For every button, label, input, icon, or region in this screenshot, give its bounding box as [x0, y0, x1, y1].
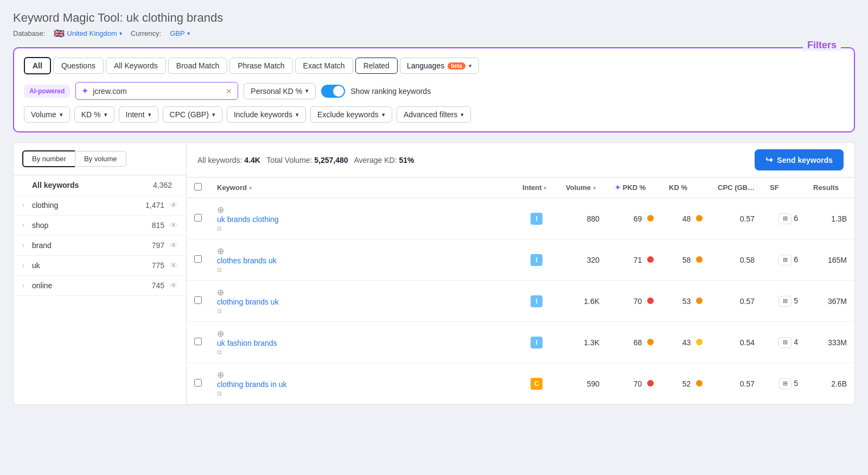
sidebar-item-brand[interactable]: › brand 797 👁 [14, 236, 186, 256]
filters-container: Filters All Questions All Keywords Broad… [13, 47, 855, 132]
sidebar-header: By number By volume [14, 143, 186, 175]
sidebar-item-all-keywords[interactable]: All keywords 4,362 [14, 175, 186, 195]
th-keyword[interactable]: Keyword ▾ [209, 178, 515, 198]
add-keyword-icon[interactable]: ⊕ [217, 246, 224, 256]
copy-icon[interactable]: ⧉ [217, 307, 222, 315]
keyword-link[interactable]: clothes brands uk [217, 256, 507, 265]
th-cpc[interactable]: CPC (GB… [710, 178, 762, 198]
sidebar-item-shop[interactable]: › shop 815 👁 [14, 216, 186, 236]
currency-selector[interactable]: GBP ▾ [170, 29, 189, 37]
chevron-down-icon: ▾ [212, 111, 215, 118]
eye-icon[interactable]: 👁 [170, 261, 177, 270]
copy-icon[interactable]: ⧉ [217, 225, 222, 232]
row-checkbox[interactable] [194, 379, 202, 387]
include-keywords-filter[interactable]: Include keywords ▾ [227, 106, 306, 123]
keywords-table: Keyword ▾ Intent ▾ Volume ▾ ✦ PKD % KD %… [187, 178, 854, 404]
beta-badge: beta [448, 62, 465, 69]
sf-icon: ⊞ [778, 337, 792, 348]
th-results[interactable]: Results [806, 178, 854, 198]
kd-filter[interactable]: KD % ▾ [74, 106, 114, 123]
add-keyword-icon[interactable]: ⊕ [217, 370, 224, 379]
table-area: All keywords: 4.4K Total Volume: 5,257,4… [187, 142, 855, 405]
tab-all[interactable]: All [24, 57, 51, 74]
page-title: Keyword Magic Tool: uk clothing brands [13, 11, 855, 25]
kd-dropdown[interactable]: Personal KD % ▾ [244, 83, 316, 99]
ai-domain-input[interactable] [93, 87, 221, 96]
exclude-keywords-filter[interactable]: Exclude keywords ▾ [310, 106, 392, 123]
eye-icon[interactable]: 👁 [170, 201, 177, 210]
copy-icon[interactable]: ⧉ [217, 266, 222, 274]
advanced-filters[interactable]: Advanced filters ▾ [397, 106, 471, 123]
tab-questions[interactable]: Questions [53, 58, 104, 74]
sidebar: By number By volume All keywords 4,362 ›… [13, 142, 187, 405]
close-icon[interactable]: ✕ [226, 87, 232, 96]
chevron-down-icon: ▾ [305, 87, 309, 94]
chevron-down-icon: ▾ [461, 111, 464, 118]
th-pkd[interactable]: ✦ PKD % [607, 178, 661, 198]
kd-dot [696, 380, 703, 387]
add-keyword-icon[interactable]: ⊕ [217, 205, 224, 214]
sf-icon: ⊞ [778, 296, 792, 307]
add-keyword-icon[interactable]: ⊕ [217, 329, 224, 338]
database-selector[interactable]: 🇬🇧 United Kingdom ▾ [54, 28, 122, 39]
eye-icon[interactable]: 👁 [170, 221, 177, 230]
add-keyword-icon[interactable]: ⊕ [217, 288, 224, 297]
keyword-link[interactable]: uk fashion brands [217, 339, 507, 347]
row-checkbox[interactable] [194, 296, 202, 304]
tab-related[interactable]: Related [355, 58, 398, 74]
intent-filter[interactable]: Intent ▾ [119, 106, 158, 123]
kd-dot [696, 215, 703, 221]
th-sf[interactable]: SF [762, 178, 806, 198]
th-intent[interactable]: Intent ▾ [515, 178, 558, 198]
keyword-link[interactable]: clothing brands uk [217, 297, 507, 306]
intent-badge: I [531, 337, 542, 349]
chevron-down-icon: ▾ [119, 30, 122, 36]
show-ranking-toggle[interactable] [321, 85, 345, 98]
tab-phrase-match[interactable]: Phrase Match [229, 58, 292, 74]
main-content: By number By volume All keywords 4,362 ›… [13, 142, 855, 405]
cpc-filter[interactable]: CPC (GBP) ▾ [163, 106, 222, 123]
difficulty-dot [647, 297, 654, 304]
keyword-link[interactable]: clothing brands in uk [217, 380, 507, 389]
th-volume[interactable]: Volume ▾ [558, 178, 607, 198]
intent-badge: I [531, 213, 542, 225]
th-checkbox [187, 178, 209, 198]
by-number-button[interactable]: By number [22, 150, 75, 167]
table-row: ⊕ uk brands clothing ⧉ I 880 69 48 0.57 … [187, 198, 854, 239]
tabs-row: All Questions All Keywords Broad Match P… [24, 57, 844, 74]
row-checkbox[interactable] [194, 214, 202, 221]
eye-icon[interactable]: 👁 [170, 281, 177, 290]
chevron-down-icon: ▾ [382, 111, 385, 118]
ai-row: AI-powered ✦ ✕ Personal KD % ▾ Show rank… [24, 82, 844, 100]
tab-broad-match[interactable]: Broad Match [168, 58, 227, 74]
sidebar-item-clothing[interactable]: › clothing 1,471 👁 [14, 195, 186, 216]
chevron-down-icon: ▾ [296, 111, 299, 118]
chevron-right-icon: › [22, 221, 28, 229]
volume-filter[interactable]: Volume ▾ [24, 106, 70, 123]
page-subtitle: Database: 🇬🇧 United Kingdom ▾ Currency: … [13, 28, 855, 39]
tab-exact-match[interactable]: Exact Match [295, 58, 353, 74]
table-stats: All keywords: 4.4K Total Volume: 5,257,4… [197, 156, 751, 164]
eye-icon[interactable]: 👁 [170, 241, 177, 250]
sidebar-item-uk[interactable]: › uk 775 👁 [14, 256, 186, 276]
tab-languages[interactable]: Languages beta ▾ [400, 58, 479, 74]
sidebar-list: All keywords 4,362 › clothing 1,471 👁 › … [14, 175, 186, 296]
send-keywords-button[interactable]: ↪ Send keywords [755, 149, 844, 170]
copy-icon[interactable]: ⧉ [217, 349, 222, 356]
row-checkbox[interactable] [194, 338, 202, 345]
keyword-link[interactable]: uk brands clothing [217, 215, 507, 224]
toggle-wrap: Show ranking keywords [321, 85, 431, 98]
intent-badge: I [531, 254, 542, 266]
copy-icon[interactable]: ⧉ [217, 390, 222, 397]
th-kd[interactable]: KD % [661, 178, 710, 198]
filter-row: Volume ▾ KD % ▾ Intent ▾ CPC (GBP) ▾ Inc… [24, 106, 844, 123]
tab-all-keywords[interactable]: All Keywords [106, 58, 166, 74]
select-all-checkbox[interactable] [194, 183, 202, 191]
ai-powered-badge: AI-powered [24, 85, 70, 98]
by-volume-button[interactable]: By volume [75, 151, 126, 167]
row-checkbox[interactable] [194, 255, 202, 263]
sidebar-item-online[interactable]: › online 745 👁 [14, 276, 186, 296]
chevron-down-icon: ▾ [60, 111, 63, 118]
filters-label: Filters [803, 40, 841, 51]
sf-icon: ⊞ [778, 255, 792, 265]
